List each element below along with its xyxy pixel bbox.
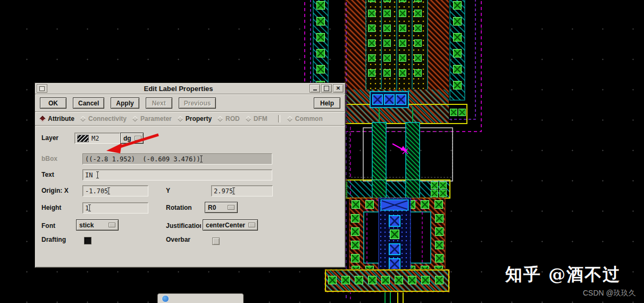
help-button[interactable]: Help xyxy=(314,97,340,109)
justification-dropdown[interactable]: centerCenter xyxy=(203,219,258,231)
radio-diamond-icon xyxy=(80,116,86,121)
tab-common[interactable]: Common xyxy=(288,115,323,122)
layer-swatch-icon xyxy=(77,135,89,142)
height-label: Height xyxy=(41,204,61,211)
text-caret xyxy=(89,204,90,211)
tab-connectivity[interactable]: Connectivity xyxy=(81,115,127,122)
apply-button[interactable]: Apply xyxy=(111,97,139,109)
tab-parameter[interactable]: Parameter xyxy=(133,115,172,122)
radio-diamond-icon xyxy=(132,116,138,121)
dialog-title: Edit Label Properties xyxy=(48,85,308,93)
dialog-titlebar[interactable]: Edit Label Properties ✕ xyxy=(35,83,345,94)
taskbar-item[interactable] xyxy=(157,293,244,303)
justification-label: Justification xyxy=(166,222,201,230)
tab-label: Attribute xyxy=(48,115,74,122)
overbar-checkbox[interactable] xyxy=(212,238,220,245)
text-caret xyxy=(108,187,109,194)
radio-diamond-icon xyxy=(217,116,223,121)
next-button[interactable]: Next xyxy=(146,97,172,109)
annotation-arrow xyxy=(96,130,165,157)
radio-diamond-icon xyxy=(39,116,45,121)
radio-diamond-icon xyxy=(287,116,292,121)
bbox-label: bBox xyxy=(41,155,57,162)
maximize-button[interactable] xyxy=(321,84,332,93)
edit-label-properties-dialog: Edit Label Properties ✕ OK Cancel Apply … xyxy=(35,83,346,268)
text-input[interactable]: IN xyxy=(82,169,272,181)
window-menu-button[interactable] xyxy=(37,84,47,93)
tab-separator xyxy=(278,115,280,122)
tab-label: Property xyxy=(186,115,212,122)
drafting-label: Drafting xyxy=(41,236,66,243)
origin-x-input[interactable]: -1.705 xyxy=(82,185,148,196)
tab-label: ROD xyxy=(225,115,240,122)
justification-value: centerCenter xyxy=(206,222,245,229)
tab-label: Parameter xyxy=(140,115,172,122)
radio-diamond-icon xyxy=(177,116,183,121)
minimize-icon xyxy=(313,89,317,91)
font-label: Font xyxy=(41,222,55,230)
text-label: Text xyxy=(41,171,54,178)
font-dropdown[interactable]: stick xyxy=(76,219,119,231)
dropdown-indicator-icon xyxy=(228,205,235,210)
watermark-primary: 知乎 @酒不过 xyxy=(505,263,621,286)
dropdown-indicator-icon xyxy=(248,223,255,227)
cancel-button[interactable]: Cancel xyxy=(73,97,104,109)
radio-diamond-icon xyxy=(245,116,251,121)
text-caret xyxy=(97,171,98,178)
tab-property[interactable]: Property xyxy=(178,115,212,122)
dropdown-indicator-icon xyxy=(108,223,115,227)
tab-label: DFM xyxy=(254,115,267,122)
rotation-label: Rotation xyxy=(166,204,192,211)
tab-rod[interactable]: ROD xyxy=(218,115,240,122)
origin-y-input[interactable]: 2.975 xyxy=(211,185,273,196)
text-caret xyxy=(201,155,202,162)
text-value: IN xyxy=(85,171,97,179)
text-caret xyxy=(233,187,234,194)
dialog-tab-row: Attribute Connectivity Parameter Propert… xyxy=(35,112,345,125)
tab-attribute[interactable]: Attribute xyxy=(40,115,74,122)
ok-button[interactable]: OK xyxy=(40,97,66,109)
origin-x-value: -1.705 xyxy=(85,187,108,195)
tab-label: Common xyxy=(295,115,323,122)
rotation-value: R0 xyxy=(208,204,216,211)
tab-label: Connectivity xyxy=(88,115,127,122)
app-icon xyxy=(162,295,169,302)
previous-button[interactable]: Previous xyxy=(179,97,216,109)
dialog-action-row: OK Cancel Apply Next Previous Help xyxy=(35,94,345,111)
close-icon: ✕ xyxy=(336,86,340,91)
rotation-dropdown[interactable]: R0 xyxy=(205,202,238,213)
tab-dfm[interactable]: DFM xyxy=(246,115,267,122)
origin-y-value: 2.975 xyxy=(214,187,233,195)
layer-label: Layer xyxy=(41,134,58,142)
origin-y-label: Y xyxy=(166,187,170,194)
overbar-label: Overbar xyxy=(166,236,190,243)
drafting-checkbox[interactable] xyxy=(84,237,91,244)
dialog-form: Layer M2 dg bBox ((-2.8 1.952) (-0.609 3… xyxy=(35,126,345,265)
font-value: stick xyxy=(79,222,94,229)
window-menu-icon xyxy=(39,86,45,91)
close-button[interactable]: ✕ xyxy=(333,84,344,93)
height-input[interactable]: 1 xyxy=(82,202,148,214)
maximize-icon xyxy=(324,86,329,91)
watermark-secondary: CSDN @玖玖久 xyxy=(583,289,636,298)
minimize-button[interactable] xyxy=(310,84,320,93)
origin-x-label: Origin: X xyxy=(41,187,69,194)
